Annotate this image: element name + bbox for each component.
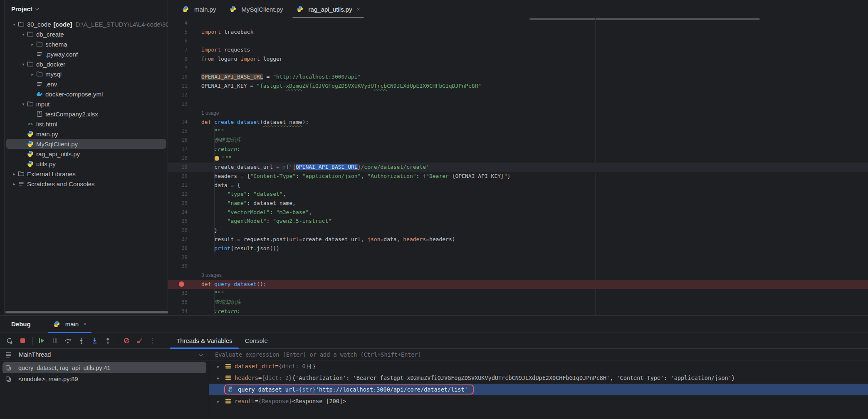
breakpoint-icon[interactable]	[179, 281, 184, 287]
force-step-into-button[interactable]	[91, 337, 98, 344]
variable-row-dataset_dict[interactable]: ▸dataset_dict = {dict: 0} {}	[209, 360, 868, 372]
line-number[interactable]: 7	[168, 47, 201, 53]
line-number[interactable]: 4	[168, 20, 201, 26]
code-line-4[interactable]: 4	[168, 18, 868, 27]
tree-chevron-icon[interactable]: ▸	[10, 172, 18, 176]
rerun-button[interactable]	[6, 337, 13, 344]
close-icon[interactable]: ×	[357, 6, 360, 12]
tree-chevron-icon[interactable]: ▾	[20, 102, 27, 106]
stack-frame-row[interactable]: query_dataset, rag_api_utils.py:41	[2, 362, 206, 373]
line-number[interactable]: 18	[168, 155, 201, 161]
line-number[interactable]: 34	[168, 308, 201, 314]
line-number[interactable]: 20	[168, 173, 201, 179]
line-number[interactable]: 14	[168, 119, 201, 125]
line-number[interactable]: 16	[168, 137, 201, 143]
line-number[interactable]: 25	[168, 218, 201, 224]
expand-chevron-icon[interactable]: ▸	[215, 399, 222, 404]
more-options-button[interactable]: ⋮	[150, 337, 156, 345]
tree-item-scratches-and-consoles[interactable]: ▸Scratches and Consoles	[5, 179, 168, 189]
line-number[interactable]: 8	[168, 56, 201, 62]
code-line-30[interactable]: 30	[168, 262, 868, 271]
stack-frame-row[interactable]: <module>, main.py:89	[0, 373, 209, 384]
project-panel-title[interactable]: Project	[11, 5, 32, 12]
chevron-down-icon[interactable]	[35, 6, 39, 10]
code-line-29[interactable]: 29	[168, 253, 868, 262]
tree-chevron-icon[interactable]: ▾	[20, 32, 27, 37]
tree-item-input[interactable]: ▾input	[5, 99, 168, 109]
editor-tab-main-py[interactable]: main.py	[176, 0, 223, 18]
code-editor[interactable]: 45import traceback67import requests8from…	[168, 18, 868, 315]
line-number[interactable]: 33	[168, 299, 201, 305]
tree-item--env[interactable]: .env	[5, 79, 168, 89]
tree-item-30-code[interactable]: ▾30_code[code]D:\A_LEE_STUDY\L4\L4-code\…	[5, 19, 168, 29]
line-number[interactable]: 24	[168, 209, 201, 215]
line-number[interactable]: 30	[168, 263, 201, 269]
close-icon[interactable]: ×	[83, 321, 87, 327]
code-line-13[interactable]: 13	[168, 99, 868, 108]
thread-selector[interactable]: MainThread	[0, 349, 209, 360]
line-number[interactable]: 22	[168, 191, 201, 197]
usages-hint[interactable]: 1 usage	[168, 108, 868, 118]
editor-tab-rag_api_utils-py[interactable]: rag_api_utils.py×	[290, 0, 367, 18]
line-number[interactable]: 32	[168, 290, 201, 296]
line-number[interactable]: 26	[168, 227, 201, 233]
line-number[interactable]: 21	[168, 182, 201, 188]
debug-session-tab-main[interactable]: main ×	[48, 315, 91, 333]
chevron-down-icon[interactable]	[198, 351, 203, 356]
line-number[interactable]: 29	[168, 254, 201, 260]
tree-chevron-icon[interactable]: ▸	[10, 182, 18, 186]
line-number[interactable]: 19	[168, 164, 201, 170]
tree-item-utils-py[interactable]: utils.py	[5, 159, 168, 169]
tree-item-rag-api-utils-py[interactable]: rag_api_utils.py	[5, 149, 168, 159]
line-number[interactable]: 12	[168, 92, 201, 98]
variable-row-query_dataset_url[interactable]: 1001query_dataset_url = {str} 'http://lo…	[209, 384, 868, 395]
line-number[interactable]: 13	[168, 101, 201, 107]
debug-view-tab-threads-variables[interactable]: Threads & Variables	[170, 333, 239, 348]
code-line-27[interactable]: 27 result = requests.post(url=create_dat…	[168, 235, 868, 244]
tree-item-testcompany2-xlsx[interactable]: ?testCompany2.xlsx	[5, 109, 168, 119]
tree-item-docker-compose-yml[interactable]: docker-compose.yml	[5, 89, 168, 99]
line-number[interactable]: 23	[168, 200, 201, 206]
tree-item-mysql[interactable]: ▸mysql	[5, 69, 168, 79]
tree-item-external-libraries[interactable]: ▸External Libraries	[5, 169, 168, 179]
code-line-16[interactable]: 16 创建知识库	[168, 136, 868, 145]
code-line-7[interactable]: 7import requests	[168, 45, 868, 54]
tree-item-db-create[interactable]: ▾db_create	[5, 29, 168, 39]
code-line-11[interactable]: 11OPENAI_API_KEY = "fastgpt-xDzmuZVfiQJV…	[168, 81, 868, 91]
line-number[interactable]: 11	[168, 83, 201, 89]
code-line-22[interactable]: 22 "type": "dataset",	[168, 190, 868, 199]
mute-breakpoints-button[interactable]	[123, 337, 130, 344]
line-number[interactable]: 27	[168, 236, 201, 242]
step-over-button[interactable]	[64, 337, 72, 344]
code-line-34[interactable]: 34 :return:	[168, 307, 868, 315]
evaluate-expression-input[interactable]: Evaluate expression (Enter) or add a wat…	[209, 349, 868, 360]
code-line-21[interactable]: 21 data = {	[168, 180, 868, 190]
code-line-33[interactable]: 33 查询知识库	[168, 298, 868, 307]
project-horizontal-scrollbar[interactable]	[5, 311, 168, 313]
tree-item-schema[interactable]: ▸schema	[5, 39, 168, 49]
code-line-26[interactable]: 26 }	[168, 226, 868, 235]
view-breakpoints-button[interactable]	[136, 337, 143, 344]
tree-item-mysqlclient-py[interactable]: MySqlClient.py	[6, 139, 166, 149]
code-line-28[interactable]: 28 print(result.json())	[168, 244, 868, 253]
variable-row-headers[interactable]: ▸headers = {dict: 2} {'Authorization': '…	[209, 372, 868, 384]
code-line-12[interactable]: 12	[168, 91, 868, 100]
code-line-5[interactable]: 5import traceback	[168, 27, 868, 37]
line-number[interactable]: 28	[168, 245, 201, 251]
code-line-32[interactable]: 32 """	[168, 289, 868, 298]
usages-hint[interactable]: 3 usages	[168, 271, 868, 280]
step-into-button[interactable]	[78, 337, 85, 344]
line-number[interactable]: 10	[168, 74, 201, 80]
tree-chevron-icon[interactable]: ▸	[29, 42, 36, 47]
tree-item-list-html[interactable]: <>list.html	[5, 119, 168, 129]
code-line-17[interactable]: 17 :return:	[168, 145, 868, 154]
resume-button[interactable]	[38, 337, 45, 344]
code-line-6[interactable]: 6	[168, 36, 868, 45]
code-line-10[interactable]: 10OPENAI_API_BASE_URL = "http://localhos…	[168, 72, 868, 81]
line-number[interactable]: 17	[168, 146, 201, 152]
code-line-9[interactable]: 9	[168, 63, 868, 72]
code-line-24[interactable]: 24 "vectorModel": "m3e-base",	[168, 207, 868, 217]
tree-chevron-icon[interactable]: ▾	[20, 62, 27, 67]
editor-tab-MySqlClient-py[interactable]: MySqlClient.py	[223, 0, 290, 18]
step-out-button[interactable]	[104, 337, 111, 344]
